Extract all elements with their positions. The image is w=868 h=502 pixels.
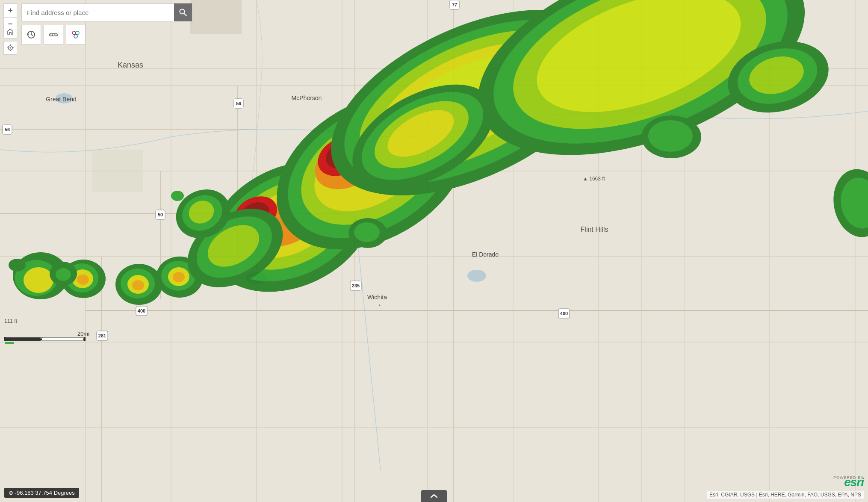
search-bar[interactable] [21,3,192,21]
home-button[interactable] [3,25,17,38]
svg-point-45 [132,280,144,290]
svg-point-141 [76,31,79,35]
svg-rect-29 [190,0,242,34]
svg-point-28 [467,270,486,282]
svg-point-142 [74,35,77,38]
svg-point-34 [28,273,47,290]
left-buttons [3,25,17,55]
search-button[interactable] [174,3,192,21]
svg-point-40 [56,268,71,281]
history-button[interactable] [21,25,41,44]
svg-point-50 [171,191,184,201]
svg-text:400: 400 [138,308,145,313]
coordinates-bar: ⊕ -96.183 37.754 Degrees [4,488,79,498]
map-container[interactable]: Kansas Great Bend McPherson El Dorado Wi… [0,0,868,502]
svg-rect-121 [84,337,86,341]
svg-text:56: 56 [236,101,241,106]
svg-text:50: 50 [158,212,163,217]
svg-point-80 [648,120,693,152]
svg-point-140 [72,31,76,35]
svg-text:111 ft: 111 ft [4,318,18,324]
attribution-text: Esri, CGIAR, USGS | Esri, HERE, Garmin, … [709,492,861,498]
coordinates-value: ⊕ -96.183 37.754 Degrees [9,490,75,496]
svg-rect-125 [5,342,14,344]
toolbar [21,25,86,44]
svg-rect-122 [5,337,41,341]
svg-rect-123 [42,337,83,341]
svg-text:56: 56 [5,127,10,132]
svg-text:281: 281 [98,333,106,338]
svg-text:Kansas: Kansas [118,61,143,69]
location-button[interactable] [3,41,17,55]
measure-button[interactable] [44,25,63,44]
svg-text:Great Bend: Great Bend [46,96,77,103]
zoom-in-button[interactable]: + [3,3,17,17]
collapse-button[interactable] [421,490,447,502]
svg-text:Flint Hills: Flint Hills [581,226,608,233]
svg-line-127 [184,13,186,16]
svg-text:El Dorado: El Dorado [472,251,499,258]
svg-text:▲ 1663 ft: ▲ 1663 ft [583,176,605,182]
svg-text:235: 235 [352,283,360,288]
svg-text:20mi: 20mi [77,331,89,337]
svg-point-38 [77,275,89,285]
esri-logo: esri [844,475,864,489]
svg-point-89 [354,222,380,242]
style-button[interactable] [66,25,86,44]
attribution: Esri, CGIAR, USGS | Esri, HERE, Garmin, … [707,491,864,499]
svg-point-49 [173,272,185,282]
svg-text:Wichita: Wichita [367,294,387,301]
svg-rect-30 [92,150,143,192]
svg-point-41 [9,259,26,272]
svg-text:400: 400 [560,311,568,316]
svg-text:77: 77 [452,2,457,7]
search-input[interactable] [22,6,174,20]
svg-text:McPherson: McPherson [292,94,322,101]
svg-point-129 [10,47,11,49]
svg-text:●: ● [379,303,381,307]
